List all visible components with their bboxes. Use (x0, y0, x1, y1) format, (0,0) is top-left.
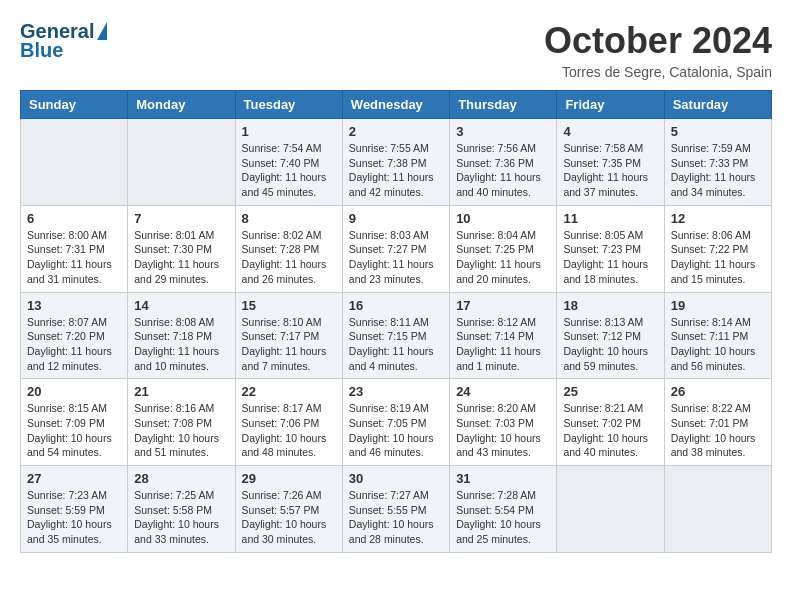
cell-info: Sunrise: 7:27 AMSunset: 5:55 PMDaylight:… (349, 488, 443, 547)
cell-info: Sunrise: 8:21 AMSunset: 7:02 PMDaylight:… (563, 401, 657, 460)
cell-info: Sunrise: 8:20 AMSunset: 7:03 PMDaylight:… (456, 401, 550, 460)
month-title: October 2024 (544, 20, 772, 62)
logo-blue: Blue (20, 39, 63, 62)
page-header: General Blue October 2024 Torres de Segr… (20, 20, 772, 80)
calendar-header-row: SundayMondayTuesdayWednesdayThursdayFrid… (21, 91, 772, 119)
day-number: 13 (27, 298, 121, 313)
day-of-week-header: Wednesday (342, 91, 449, 119)
calendar-cell: 21Sunrise: 8:16 AMSunset: 7:08 PMDayligh… (128, 379, 235, 466)
calendar-cell: 15Sunrise: 8:10 AMSunset: 7:17 PMDayligh… (235, 292, 342, 379)
calendar-cell: 11Sunrise: 8:05 AMSunset: 7:23 PMDayligh… (557, 205, 664, 292)
calendar-cell: 19Sunrise: 8:14 AMSunset: 7:11 PMDayligh… (664, 292, 771, 379)
day-number: 24 (456, 384, 550, 399)
calendar-cell: 20Sunrise: 8:15 AMSunset: 7:09 PMDayligh… (21, 379, 128, 466)
day-number: 30 (349, 471, 443, 486)
calendar-cell: 29Sunrise: 7:26 AMSunset: 5:57 PMDayligh… (235, 466, 342, 553)
day-of-week-header: Thursday (450, 91, 557, 119)
day-number: 8 (242, 211, 336, 226)
calendar-cell: 23Sunrise: 8:19 AMSunset: 7:05 PMDayligh… (342, 379, 449, 466)
calendar-cell: 28Sunrise: 7:25 AMSunset: 5:58 PMDayligh… (128, 466, 235, 553)
calendar-cell: 30Sunrise: 7:27 AMSunset: 5:55 PMDayligh… (342, 466, 449, 553)
day-number: 10 (456, 211, 550, 226)
cell-info: Sunrise: 8:02 AMSunset: 7:28 PMDaylight:… (242, 228, 336, 287)
cell-info: Sunrise: 8:08 AMSunset: 7:18 PMDaylight:… (134, 315, 228, 374)
calendar-cell: 5Sunrise: 7:59 AMSunset: 7:33 PMDaylight… (664, 119, 771, 206)
cell-info: Sunrise: 8:10 AMSunset: 7:17 PMDaylight:… (242, 315, 336, 374)
cell-info: Sunrise: 8:11 AMSunset: 7:15 PMDaylight:… (349, 315, 443, 374)
cell-info: Sunrise: 8:12 AMSunset: 7:14 PMDaylight:… (456, 315, 550, 374)
cell-info: Sunrise: 8:01 AMSunset: 7:30 PMDaylight:… (134, 228, 228, 287)
day-number: 4 (563, 124, 657, 139)
calendar-cell: 7Sunrise: 8:01 AMSunset: 7:30 PMDaylight… (128, 205, 235, 292)
day-number: 11 (563, 211, 657, 226)
calendar-cell: 18Sunrise: 8:13 AMSunset: 7:12 PMDayligh… (557, 292, 664, 379)
logo-triangle-icon (97, 22, 107, 40)
calendar-week-row: 27Sunrise: 7:23 AMSunset: 5:59 PMDayligh… (21, 466, 772, 553)
calendar-cell: 13Sunrise: 8:07 AMSunset: 7:20 PMDayligh… (21, 292, 128, 379)
calendar-table: SundayMondayTuesdayWednesdayThursdayFrid… (20, 90, 772, 553)
day-of-week-header: Tuesday (235, 91, 342, 119)
calendar-cell (128, 119, 235, 206)
day-number: 5 (671, 124, 765, 139)
day-number: 29 (242, 471, 336, 486)
calendar-cell: 8Sunrise: 8:02 AMSunset: 7:28 PMDaylight… (235, 205, 342, 292)
calendar-cell: 2Sunrise: 7:55 AMSunset: 7:38 PMDaylight… (342, 119, 449, 206)
calendar-cell: 24Sunrise: 8:20 AMSunset: 7:03 PMDayligh… (450, 379, 557, 466)
cell-info: Sunrise: 8:22 AMSunset: 7:01 PMDaylight:… (671, 401, 765, 460)
day-number: 7 (134, 211, 228, 226)
cell-info: Sunrise: 8:00 AMSunset: 7:31 PMDaylight:… (27, 228, 121, 287)
calendar-cell (21, 119, 128, 206)
cell-info: Sunrise: 8:05 AMSunset: 7:23 PMDaylight:… (563, 228, 657, 287)
cell-info: Sunrise: 8:14 AMSunset: 7:11 PMDaylight:… (671, 315, 765, 374)
cell-info: Sunrise: 8:16 AMSunset: 7:08 PMDaylight:… (134, 401, 228, 460)
cell-info: Sunrise: 8:17 AMSunset: 7:06 PMDaylight:… (242, 401, 336, 460)
cell-info: Sunrise: 7:55 AMSunset: 7:38 PMDaylight:… (349, 141, 443, 200)
calendar-week-row: 20Sunrise: 8:15 AMSunset: 7:09 PMDayligh… (21, 379, 772, 466)
calendar-cell: 1Sunrise: 7:54 AMSunset: 7:40 PMDaylight… (235, 119, 342, 206)
calendar-cell (557, 466, 664, 553)
day-of-week-header: Saturday (664, 91, 771, 119)
day-of-week-header: Sunday (21, 91, 128, 119)
logo: General Blue (20, 20, 107, 62)
day-number: 18 (563, 298, 657, 313)
day-number: 14 (134, 298, 228, 313)
calendar-cell: 3Sunrise: 7:56 AMSunset: 7:36 PMDaylight… (450, 119, 557, 206)
location-subtitle: Torres de Segre, Catalonia, Spain (544, 64, 772, 80)
day-of-week-header: Monday (128, 91, 235, 119)
day-number: 22 (242, 384, 336, 399)
calendar-cell: 10Sunrise: 8:04 AMSunset: 7:25 PMDayligh… (450, 205, 557, 292)
calendar-week-row: 1Sunrise: 7:54 AMSunset: 7:40 PMDaylight… (21, 119, 772, 206)
day-number: 17 (456, 298, 550, 313)
day-of-week-header: Friday (557, 91, 664, 119)
calendar-cell: 16Sunrise: 8:11 AMSunset: 7:15 PMDayligh… (342, 292, 449, 379)
cell-info: Sunrise: 8:13 AMSunset: 7:12 PMDaylight:… (563, 315, 657, 374)
calendar-cell: 17Sunrise: 8:12 AMSunset: 7:14 PMDayligh… (450, 292, 557, 379)
day-number: 3 (456, 124, 550, 139)
day-number: 27 (27, 471, 121, 486)
calendar-cell: 6Sunrise: 8:00 AMSunset: 7:31 PMDaylight… (21, 205, 128, 292)
calendar-cell (664, 466, 771, 553)
calendar-cell: 12Sunrise: 8:06 AMSunset: 7:22 PMDayligh… (664, 205, 771, 292)
cell-info: Sunrise: 8:04 AMSunset: 7:25 PMDaylight:… (456, 228, 550, 287)
day-number: 21 (134, 384, 228, 399)
calendar-cell: 31Sunrise: 7:28 AMSunset: 5:54 PMDayligh… (450, 466, 557, 553)
calendar-cell: 9Sunrise: 8:03 AMSunset: 7:27 PMDaylight… (342, 205, 449, 292)
day-number: 28 (134, 471, 228, 486)
cell-info: Sunrise: 7:54 AMSunset: 7:40 PMDaylight:… (242, 141, 336, 200)
day-number: 1 (242, 124, 336, 139)
day-number: 23 (349, 384, 443, 399)
day-number: 9 (349, 211, 443, 226)
cell-info: Sunrise: 7:56 AMSunset: 7:36 PMDaylight:… (456, 141, 550, 200)
day-number: 26 (671, 384, 765, 399)
cell-info: Sunrise: 8:06 AMSunset: 7:22 PMDaylight:… (671, 228, 765, 287)
cell-info: Sunrise: 8:15 AMSunset: 7:09 PMDaylight:… (27, 401, 121, 460)
cell-info: Sunrise: 8:19 AMSunset: 7:05 PMDaylight:… (349, 401, 443, 460)
calendar-week-row: 13Sunrise: 8:07 AMSunset: 7:20 PMDayligh… (21, 292, 772, 379)
cell-info: Sunrise: 7:25 AMSunset: 5:58 PMDaylight:… (134, 488, 228, 547)
cell-info: Sunrise: 7:23 AMSunset: 5:59 PMDaylight:… (27, 488, 121, 547)
calendar-cell: 4Sunrise: 7:58 AMSunset: 7:35 PMDaylight… (557, 119, 664, 206)
calendar-cell: 26Sunrise: 8:22 AMSunset: 7:01 PMDayligh… (664, 379, 771, 466)
day-number: 6 (27, 211, 121, 226)
day-number: 15 (242, 298, 336, 313)
day-number: 19 (671, 298, 765, 313)
